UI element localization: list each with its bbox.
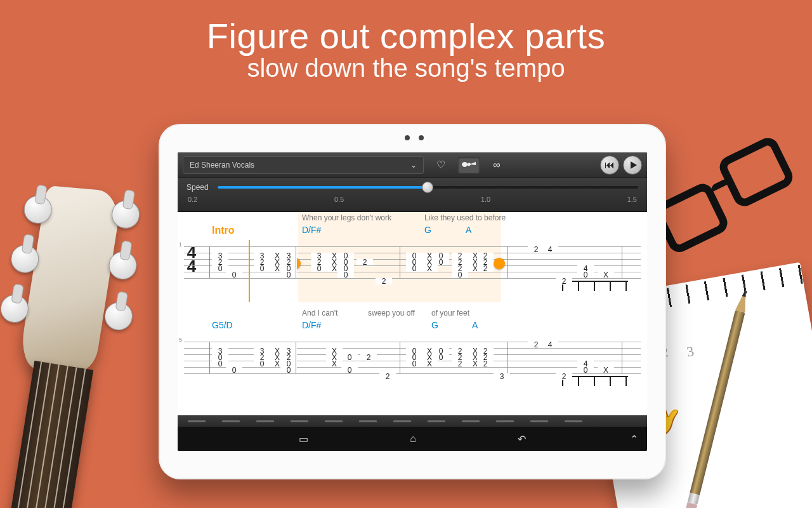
tab-column: 320 xyxy=(311,246,327,284)
android-navbar: ▭ ⌂ ↶ ⌃ xyxy=(178,427,647,451)
speed-slider[interactable] xyxy=(218,182,638,193)
rewind-button[interactable]: ⏮ xyxy=(600,156,619,175)
tab-column: 0 xyxy=(226,342,242,380)
lyric-text: sweep you off xyxy=(368,309,415,318)
tab-column: XXX xyxy=(326,342,343,380)
chord-label: A xyxy=(472,320,478,330)
tab-column: X xyxy=(598,342,614,380)
expand-icon[interactable]: ⌃ xyxy=(630,433,638,445)
promo-subhead: slow down the song's tempo xyxy=(0,54,812,83)
play-button[interactable] xyxy=(623,156,642,175)
tab-column: X xyxy=(598,246,614,284)
chevron-down-icon: ⌄ xyxy=(410,161,417,170)
chord-label: A xyxy=(466,225,471,235)
tab-column: 0000 xyxy=(337,246,354,284)
tab-column xyxy=(500,246,516,284)
chord-label: G5/D xyxy=(212,320,233,330)
track-bar[interactable] xyxy=(178,415,647,427)
speed-ticks: 0.20.5 1.01.5 xyxy=(187,196,638,203)
tab-column: 40 xyxy=(577,342,594,380)
chord-label: D/F# xyxy=(302,225,321,235)
tab-column: 00 xyxy=(433,342,449,380)
app-toolbar: Ed Sheeran Vocals ⌄ ♡ ∞ ⏮ xyxy=(178,152,647,178)
line-number: 1 xyxy=(179,241,182,248)
tab-column: 320 xyxy=(254,342,270,380)
tab-column: 222 xyxy=(477,246,494,284)
tab-column: 2 xyxy=(357,246,373,284)
tab-column: 40 xyxy=(577,246,594,284)
chord-label: G xyxy=(431,320,438,330)
tab-column: 3200 xyxy=(280,342,297,380)
speed-label: Speed xyxy=(187,183,209,192)
tab-column: 2220 xyxy=(452,246,468,284)
favorite-icon[interactable]: ♡ xyxy=(430,157,452,173)
tab-column: 2 xyxy=(376,246,392,284)
guitar-icon[interactable] xyxy=(458,157,480,173)
tab-column: 320 xyxy=(254,246,270,284)
lyric-text: When your legs don't work xyxy=(302,213,391,222)
app-screen: Ed Sheeran Vocals ⌄ ♡ ∞ ⏮ Speed xyxy=(178,152,647,451)
section-label: Intro xyxy=(212,225,235,236)
track-select[interactable]: Ed Sheeran Vocals ⌄ xyxy=(183,156,424,174)
home-icon[interactable]: ⌂ xyxy=(410,433,416,444)
recent-icon[interactable]: ↶ xyxy=(518,433,526,445)
tablet-frame: Ed Sheeran Vocals ⌄ ♡ ∞ ⏮ Speed xyxy=(159,124,666,479)
chord-label: D/F# xyxy=(302,320,321,330)
tab-column: 2 xyxy=(379,342,396,380)
tab-column: 0 xyxy=(226,246,242,284)
line-number: 5 xyxy=(179,337,182,343)
glasses-prop xyxy=(643,121,812,273)
speed-bar: Speed 0.20.5 1.01.5 xyxy=(178,178,647,212)
lyric-text: Like they used to before xyxy=(424,213,506,222)
tab-column: 2 xyxy=(360,342,377,380)
loop-icon[interactable]: ∞ xyxy=(486,157,508,173)
tab-column: 00 xyxy=(433,246,449,284)
tab-column: 00 xyxy=(341,342,358,380)
tab-column: 2 xyxy=(556,246,572,284)
tab-viewer[interactable]: 1 44 Intro When your legs don't workLike… xyxy=(178,212,647,415)
tab-column: 3200 xyxy=(280,246,297,284)
tab-column: 000 xyxy=(406,246,422,284)
tab-column: 222 xyxy=(452,342,468,380)
tab-column: 2 xyxy=(556,342,572,380)
track-name: Ed Sheeran Vocals xyxy=(190,161,254,170)
tab-column: 000 xyxy=(406,342,422,380)
tab-column: 222 xyxy=(477,342,494,380)
chord-label: G xyxy=(424,225,431,235)
lyric-text: of your feet xyxy=(431,309,469,318)
tab-column xyxy=(311,342,327,380)
lyric-text: And I can't xyxy=(302,309,337,318)
back-icon[interactable]: ▭ xyxy=(299,433,308,445)
promo-headline: Figure out complex parts xyxy=(0,15,812,57)
